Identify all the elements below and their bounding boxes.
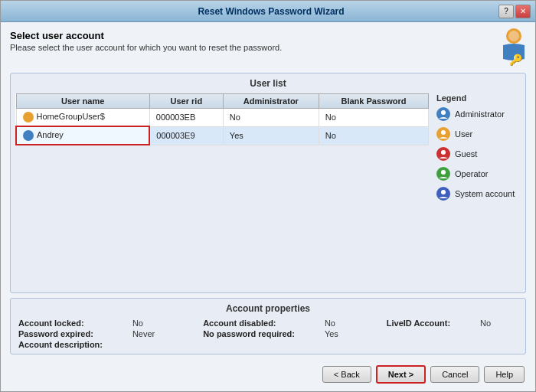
guest-legend-icon <box>436 147 450 161</box>
col-username: User name <box>16 94 149 109</box>
back-button[interactable]: < Back <box>322 366 371 383</box>
svg-point-3 <box>441 110 446 115</box>
help-title-button[interactable]: ? <box>498 5 514 18</box>
legend-label-user: User <box>455 129 472 139</box>
legend-title: Legend <box>436 93 521 103</box>
next-button[interactable]: Next > <box>376 365 426 384</box>
user-type-icon <box>23 112 34 122</box>
close-button[interactable]: ✕ <box>515 5 531 18</box>
cell-username: Andrey <box>16 126 149 145</box>
user-legend-icon <box>436 127 450 141</box>
cell-rid: 000003E9 <box>149 126 223 145</box>
title-bar: Reset Windows Password Wizard ? ✕ <box>1 1 535 22</box>
legend-item-operator: Operator <box>436 167 521 181</box>
cell-admin: No <box>223 109 319 127</box>
props-grid: Account locked: No Account disabled: No … <box>18 318 518 349</box>
legend-label-system: System account <box>455 189 515 198</box>
legend-label-guest: Guest <box>455 149 477 158</box>
cell-admin: Yes <box>223 126 319 145</box>
user-list-section: User list User name User rid Administrat… <box>10 73 526 293</box>
cancel-button[interactable]: Cancel <box>430 366 479 383</box>
svg-point-6 <box>441 170 446 175</box>
user-list-title: User list <box>15 78 521 89</box>
legend-item-user: User <box>436 127 521 141</box>
page-description: Please select the user account for which… <box>10 43 282 52</box>
liveid-label: LiveID Account: <box>387 318 477 328</box>
help-button[interactable]: Help <box>484 366 525 383</box>
legend-item-admin: Administrator <box>436 107 521 121</box>
admin-type-icon <box>23 130 34 141</box>
col-admin: Administrator <box>223 94 319 109</box>
wizard-icon: 🔑 <box>489 30 526 67</box>
col-blank: Blank Password <box>319 94 428 109</box>
legend-item-system: System account <box>436 187 521 201</box>
legend-label-operator: Operator <box>455 169 488 178</box>
account-props-title: Account properties <box>18 303 518 314</box>
content-area: Select user account Please select the us… <box>1 22 535 391</box>
table-row[interactable]: HomeGroupUser$ 000003EB No No <box>16 109 429 127</box>
liveid-value: No <box>480 318 518 328</box>
user-table: User name User rid Administrator Blank P… <box>15 93 429 145</box>
page-heading: Select user account <box>10 30 282 41</box>
svg-point-1 <box>508 31 519 41</box>
no-password-value: Yes <box>325 329 365 338</box>
legend-panel: Legend Administrator User <box>436 93 521 207</box>
legend-label-admin: Administrator <box>455 109 505 119</box>
svg-point-5 <box>441 150 446 155</box>
account-locked-value: No <box>132 318 181 328</box>
table-row[interactable]: Andrey 000003E9 Yes No <box>16 126 429 145</box>
header-text: Select user account Please select the us… <box>10 30 282 52</box>
title-controls: ? ✕ <box>498 5 531 18</box>
system-legend-icon <box>436 187 450 201</box>
svg-point-7 <box>441 190 446 194</box>
table-header-row: User name User rid Administrator Blank P… <box>16 94 429 109</box>
legend-item-guest: Guest <box>436 147 521 161</box>
cell-blank: No <box>319 126 428 145</box>
user-list-container: User name User rid Administrator Blank P… <box>15 93 521 207</box>
account-desc-label: Account description: <box>18 340 129 349</box>
header-section: Select user account Please select the us… <box>10 30 526 67</box>
window-title: Reset Windows Password Wizard <box>44 6 498 17</box>
svg-text:🔑: 🔑 <box>509 54 523 67</box>
main-panel: User list User name User rid Administrat… <box>10 73 526 354</box>
cell-rid: 000003EB <box>149 109 223 127</box>
cell-blank: No <box>319 109 428 127</box>
account-desc-value <box>132 340 181 349</box>
no-password-label: No password required: <box>203 329 322 338</box>
account-disabled-value: No <box>325 318 365 328</box>
table-wrapper: User name User rid Administrator Blank P… <box>15 93 429 207</box>
operator-legend-icon <box>436 167 450 181</box>
admin-legend-icon <box>436 107 450 121</box>
col-userid: User rid <box>149 94 223 109</box>
footer: < Back Next > Cancel Help <box>10 361 526 385</box>
password-expired-label: Password expired: <box>18 329 129 338</box>
account-props-section: Account properties Account locked: No Ac… <box>10 298 526 354</box>
cell-username: HomeGroupUser$ <box>16 109 149 127</box>
password-expired-value: Never <box>132 329 181 338</box>
svg-point-4 <box>441 130 446 135</box>
main-window: Reset Windows Password Wizard ? ✕ Select… <box>0 0 536 392</box>
wizard-figure-icon: 🔑 <box>489 28 526 68</box>
account-locked-label: Account locked: <box>18 318 129 328</box>
account-disabled-label: Account disabled: <box>203 318 322 328</box>
